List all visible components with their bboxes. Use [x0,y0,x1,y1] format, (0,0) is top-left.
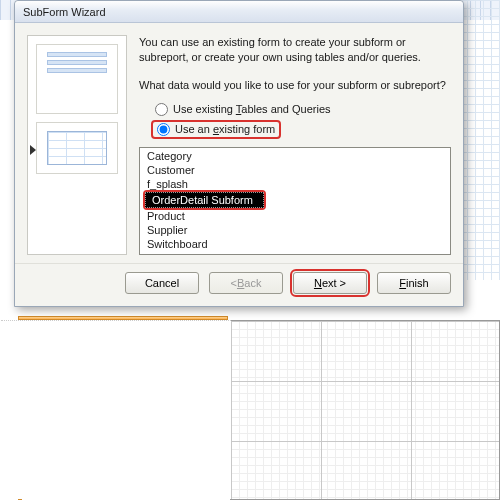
next-button[interactable]: Next > [293,272,367,294]
wizard-button-row: Cancel < Back Next > Finish [15,263,463,306]
cancel-button[interactable]: Cancel [125,272,199,294]
dialog-title: SubForm Wizard [23,6,106,18]
list-item-highlighted: OrderDetail Subform [143,190,266,210]
dialog-titlebar[interactable]: SubForm Wizard [15,1,463,23]
radio-input-form[interactable] [157,123,170,136]
finish-button[interactable]: Finish [377,272,451,294]
list-item[interactable]: Category [141,149,449,163]
radio-input-tables[interactable] [155,103,168,116]
list-item[interactable]: Product [141,209,449,223]
list-item[interactable]: Supplier [141,223,449,237]
subform-wizard-dialog: SubForm Wizard You can use an existing f… [14,0,464,307]
radio-label-form: Use an existing form [175,123,275,135]
radio-use-existing-form[interactable]: Use an existing form [151,120,281,139]
list-item[interactable]: Customer [141,163,449,177]
radio-use-tables-queries[interactable]: Use existing Tables and Queries [151,101,451,118]
wizard-preview-pane [27,35,127,255]
existing-forms-listbox[interactable]: Category Customer f_splash OrderDetail S… [139,147,451,255]
radio-label-tables: Use existing Tables and Queries [173,103,331,115]
list-item[interactable]: Switchboard [141,237,449,251]
back-button: < Back [209,272,283,294]
design-grid-main [230,320,500,500]
preview-thumbnail-subform [36,122,118,174]
wizard-question-text: What data would you like to use for your… [139,79,451,91]
wizard-intro-text: You can use an existing form to create y… [139,35,451,65]
selection-pointer-icon [30,145,36,155]
list-item[interactable]: f_splash [141,177,449,191]
list-item-selected[interactable]: OrderDetail Subform [145,192,264,208]
preview-thumbnail-form [36,44,118,114]
